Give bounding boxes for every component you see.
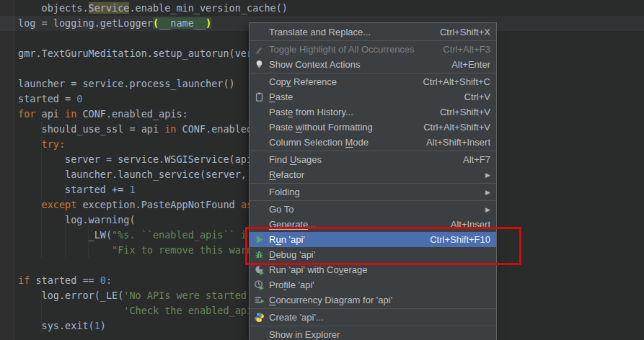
menu-item-concurrency-diagram-for-api[interactable]: Concurrency Diagram for 'api' — [250, 292, 496, 308]
menu-item-find-usages[interactable]: Find UsagesAlt+F7 — [250, 152, 496, 167]
menu-separator — [250, 73, 496, 73]
no-icon — [253, 27, 265, 38]
code-line: for api in CONF.enabled_apis: — [18, 107, 288, 122]
menu-item-paste-without-formatting[interactable]: Paste without FormattingCtrl+Alt+Shift+V — [250, 120, 496, 135]
menu-item-label: Paste from History... — [269, 107, 353, 117]
menu-item-label: Column Selection Mode — [269, 137, 369, 148]
code-line — [18, 258, 288, 273]
no-icon — [253, 107, 265, 118]
no-icon — [253, 187, 265, 198]
debug-icon — [253, 249, 265, 261]
code-line: log.error(_LE('No APIs were started. — [18, 288, 288, 303]
code-line — [18, 61, 288, 76]
menu-separator — [250, 40, 496, 41]
menu-item-run-api[interactable]: Run 'api'Ctrl+Shift+F10 — [250, 232, 496, 247]
submenu-arrow-icon: ▶ — [485, 171, 490, 179]
menu-separator — [250, 308, 496, 309]
code-line: log.warning( — [18, 212, 288, 228]
menu-item-paste-from-history[interactable]: Paste from History...Ctrl+Shift+V — [250, 104, 496, 120]
menu-item-shortcut: Alt+F7 — [463, 154, 490, 165]
menu-item-show-context-actions[interactable]: Show Context ActionsAlt+Enter — [250, 57, 496, 72]
menu-item-label: Find Usages — [269, 154, 322, 165]
menu-item-run-api-with-coverage[interactable]: Run 'api' with Coverage — [250, 262, 496, 277]
menu-item-label: Run 'api' — [269, 234, 305, 245]
no-icon — [253, 204, 265, 215]
menu-item-label: Go To — [269, 204, 294, 215]
no-icon — [253, 169, 265, 181]
menu-item-shortcut: Ctrl+Alt+Shift+C — [423, 76, 490, 87]
submenu-arrow-icon: ▶ — [485, 189, 490, 196]
menu-item-label: Paste — [269, 91, 293, 102]
menu-item-label: Paste without Formatting — [269, 122, 373, 133]
menu-item-refactor[interactable]: Refactor▶ — [250, 167, 496, 182]
menu-item-column-selection-mode[interactable]: Column Selection ModeAlt+Shift+Insert — [250, 135, 496, 150]
code-line: if started == 0: — [18, 273, 288, 288]
code-line: _LW("%s. ``enabled_apis`` i — [18, 228, 288, 243]
code-line: log = logging.getLogger(__name__) — [18, 16, 288, 31]
menu-item-label: Translate and Replace... — [269, 27, 371, 37]
menu-separator — [250, 326, 496, 326]
no-icon — [253, 122, 265, 133]
no-icon — [253, 154, 265, 166]
code-line: gmr.TextGuruMeditation.setup_autorun(ver — [18, 46, 288, 61]
menu-item-label: Profile 'api' — [269, 279, 314, 290]
menu-item-shortcut: Alt+Insert — [451, 219, 490, 230]
menu-item-create-api[interactable]: Create 'api'... — [250, 310, 496, 325]
menu-item-label: Generate... — [269, 219, 316, 230]
menu-item-label: Debug 'api' — [269, 249, 315, 260]
code-line: try: — [18, 137, 288, 152]
menu-item-label: Show in Explorer — [269, 329, 340, 340]
menu-item-label: Folding — [269, 187, 300, 197]
lightbulb-icon — [253, 59, 265, 71]
code-text: objects.Service.enable_min_version_cache… — [18, 1, 288, 334]
menu-item-label: Run 'api' with Coverage — [269, 264, 367, 275]
run-icon — [253, 234, 265, 246]
code-line: server = service.WSGIService(api — [18, 152, 288, 167]
code-line: should_use_ssl = api in CONF.enabled — [18, 122, 288, 137]
menu-item-label: Refactor — [269, 169, 304, 180]
menu-separator — [250, 200, 496, 201]
menu-item-paste[interactable]: PasteCtrl+V — [250, 89, 496, 104]
editor-gutter — [0, 0, 14, 340]
profile-icon — [253, 279, 265, 291]
menu-item-shortcut: Alt+Shift+Insert — [426, 137, 490, 148]
menu-item-shortcut: Ctrl+V — [464, 91, 490, 102]
menu-item-label: Create 'api'... — [269, 312, 324, 323]
no-icon — [253, 76, 265, 88]
menu-item-toggle-highlight-of-all-occurrences[interactable]: Toggle Highlight of All OccurrencesCtrl+… — [250, 42, 496, 57]
editor-context-menu: Translate and Replace...Ctrl+Shift+XTogg… — [249, 22, 497, 340]
code-line: objects.Service.enable_min_version_cache… — [18, 1, 288, 16]
no-icon — [253, 137, 265, 148]
menu-item-folding[interactable]: Folding▶ — [250, 184, 496, 200]
menu-item-shortcut: Ctrl+Shift+F10 — [430, 234, 490, 245]
menu-item-shortcut: Ctrl+Shift+X — [440, 27, 490, 37]
menu-separator — [250, 183, 496, 184]
code-line: launcher = service.process_launcher() — [18, 76, 288, 91]
menu-item-shortcut: Ctrl+Alt+F3 — [443, 44, 490, 55]
python-icon — [253, 312, 265, 323]
code-line: started += 1 — [18, 182, 288, 197]
menu-item-copy-reference[interactable]: Copy ReferenceCtrl+Alt+Shift+C — [250, 74, 496, 89]
menu-item-go-to[interactable]: Go To▶ — [250, 202, 496, 217]
menu-item-shortcut: Ctrl+Shift+V — [440, 107, 490, 117]
code-line: "Fix to remove this warn — [18, 243, 288, 258]
concurrency-icon — [253, 295, 265, 306]
coverage-icon — [253, 264, 265, 276]
code-line: launcher.launch_service(server, — [18, 167, 288, 182]
highlighter-icon — [253, 44, 265, 55]
menu-item-debug-api[interactable]: Debug 'api' — [250, 247, 496, 262]
menu-item-label: Toggle Highlight of All Occurrences — [269, 44, 415, 55]
menu-item-show-in-explorer[interactable]: Show in Explorer — [250, 327, 496, 340]
submenu-arrow-icon: ▶ — [485, 206, 490, 213]
code-line: started = 0 — [18, 91, 288, 107]
menu-item-translate-and-replace[interactable]: Translate and Replace...Ctrl+Shift+X — [250, 24, 496, 40]
menu-item-generate[interactable]: Generate...Alt+Insert — [250, 217, 496, 232]
menu-item-profile-api[interactable]: Profile 'api' — [250, 277, 496, 292]
code-line: except exception.PasteAppNotFound as — [18, 197, 288, 212]
menu-separator — [250, 151, 496, 151]
no-icon — [253, 219, 265, 231]
menu-item-label: Copy Reference — [269, 76, 337, 87]
clipboard-icon — [253, 91, 265, 103]
menu-item-shortcut: Ctrl+Alt+Shift+V — [423, 122, 490, 133]
menu-item-label: Concurrency Diagram for 'api' — [269, 295, 392, 305]
